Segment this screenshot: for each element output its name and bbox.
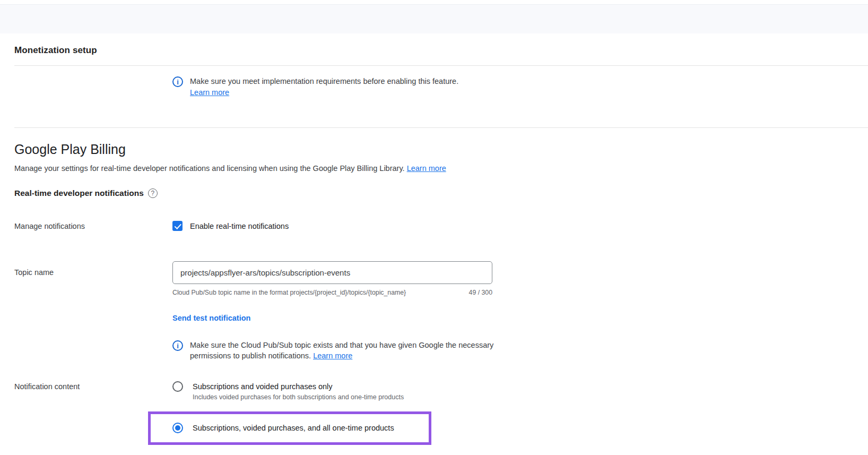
section-description: Manage your settings for real-time devel…	[14, 164, 868, 173]
character-counter: 49 / 300	[469, 289, 492, 296]
implementation-requirements-note: i Make sure you meet implementation requ…	[172, 76, 868, 98]
top-app-bar	[0, 4, 868, 33]
google-play-billing-section: Google Play Billing Manage your settings…	[0, 142, 868, 198]
notification-content-row: Notification content Subscriptions and v…	[0, 381, 868, 445]
implementation-learn-more-link[interactable]: Learn more	[190, 87, 229, 98]
manage-notifications-label: Manage notifications	[14, 221, 172, 231]
implementation-requirements-text: Make sure you meet implementation requir…	[190, 76, 458, 87]
topic-name-input[interactable]	[172, 261, 492, 284]
section-description-text: Manage your settings for real-time devel…	[14, 164, 405, 173]
billing-learn-more-link[interactable]: Learn more	[407, 164, 446, 173]
page-header: Monetization setup	[0, 33, 868, 65]
topic-name-label: Topic name	[14, 261, 172, 296]
topic-name-row: Topic name Cloud Pub/Sub topic name in t…	[0, 261, 868, 296]
radio-unselected-icon[interactable]	[172, 381, 183, 392]
section-divider	[14, 127, 868, 128]
pubsub-learn-more-link[interactable]: Learn more	[313, 351, 352, 360]
enable-notifications-checkbox-label[interactable]: Enable real-time notifications	[190, 222, 289, 230]
radio-selected-icon[interactable]	[172, 423, 183, 433]
radio-option-label[interactable]: Subscriptions and voided purchases only	[193, 381, 404, 391]
radio-option-subscriptions-voided-only[interactable]: Subscriptions and voided purchases only …	[172, 381, 868, 401]
subsection-title: Real-time developer notifications	[14, 188, 144, 198]
send-test-notification-link[interactable]: Send test notification	[172, 314, 250, 322]
radio-option-all-one-time-products[interactable]: Subscriptions, voided purchases, and all…	[172, 423, 423, 433]
highlighted-option-box: Subscriptions, voided purchases, and all…	[148, 411, 431, 445]
radio-option-description: Includes voided purchases for both subsc…	[193, 393, 404, 401]
header-divider	[14, 65, 868, 66]
pubsub-permissions-note: i Make sure the Cloud Pub/Sub topic exis…	[172, 340, 868, 361]
info-icon: i	[172, 340, 183, 351]
radio-option-label[interactable]: Subscriptions, voided purchases, and all…	[193, 424, 394, 432]
manage-notifications-row: Manage notifications Enable real-time no…	[0, 221, 868, 231]
page-title: Monetization setup	[14, 45, 868, 56]
enable-notifications-checkbox[interactable]	[172, 221, 183, 231]
section-title: Google Play Billing	[14, 142, 868, 157]
topic-name-helper-text: Cloud Pub/Sub topic name in the format p…	[172, 289, 406, 296]
help-icon[interactable]: ?	[148, 188, 158, 198]
info-icon: i	[172, 76, 183, 87]
